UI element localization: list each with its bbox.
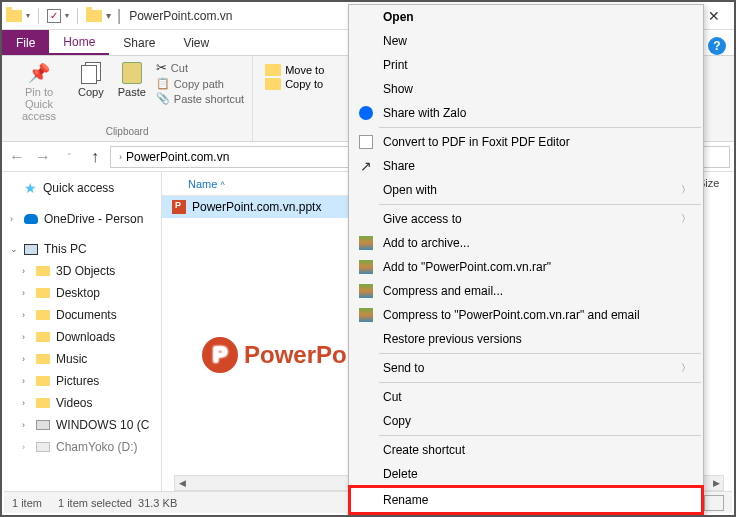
scroll-left-icon[interactable]: ◀ [175,478,189,488]
tab-share[interactable]: Share [109,30,169,55]
sidebar-item-this-pc[interactable]: ⌄This PC [2,238,161,260]
archive-icon [359,284,373,298]
folder-icon [86,10,102,22]
copy-icon [81,62,101,84]
navigation-pane: ★Quick access ›OneDrive - Person ⌄This P… [2,172,162,493]
sidebar-item-desktop[interactable]: ›Desktop [2,282,161,304]
sidebar-item-onedrive[interactable]: ›OneDrive - Person [2,208,161,230]
folder-icon [265,64,281,76]
ctx-new[interactable]: New [349,29,703,53]
folder-icon [36,398,50,408]
folder-icon [6,10,22,22]
qat-separator: | [117,7,121,25]
sidebar-item-pictures[interactable]: ›Pictures [2,370,161,392]
copy-to-button[interactable]: Copy to [265,78,324,90]
paste-button[interactable]: Paste [114,60,150,100]
sidebar-item-quick-access[interactable]: ★Quick access [2,176,161,200]
ctx-add-archive[interactable]: Add to archive... [349,231,703,255]
folder-icon [36,332,50,342]
ctx-share-zalo[interactable]: Share with Zalo [349,101,703,125]
status-item-count: 1 item [12,497,42,509]
scissors-icon: ✂ [156,60,167,75]
ctx-give-access[interactable]: Give access to〉 [349,207,703,231]
ctx-share[interactable]: ↗Share [349,154,703,178]
window-title: PowerPoint.com.vn [129,9,232,23]
copy-button[interactable]: Copy [74,60,108,100]
sidebar-item-chamyoko[interactable]: ›ChamYoko (D:) [2,436,161,458]
share-icon: ↗ [357,158,375,174]
file-name: PowerPoint.com.vn.pptx [192,200,321,214]
breadcrumb-segment[interactable]: PowerPoint.com.vn [126,150,229,164]
thumbnails-view-button[interactable] [704,495,724,511]
pin-quick-access-button[interactable]: 📌 Pin to Quick access [10,60,68,124]
chevron-right-icon: 〉 [681,212,691,226]
cut-button[interactable]: ✂Cut [156,60,244,75]
ctx-rename[interactable]: Rename [349,486,703,514]
move-to-button[interactable]: Move to [265,64,324,76]
column-name[interactable]: Name [188,178,217,190]
back-button[interactable]: ← [6,146,28,168]
ctx-cut[interactable]: Cut [349,385,703,409]
pdf-icon [359,135,373,149]
status-selected: 1 item selected 31.3 KB [58,497,177,509]
context-menu: Open New Print Show Share with Zalo Conv… [348,4,704,517]
clipboard-group-label: Clipboard [106,126,149,137]
chevron-right-icon: 〉 [681,361,691,375]
sidebar-item-windows10[interactable]: ›WINDOWS 10 (C [2,414,161,436]
sidebar-item-downloads[interactable]: ›Downloads [2,326,161,348]
recent-dropdown[interactable]: ˅ [58,146,80,168]
ctx-print[interactable]: Print [349,53,703,77]
tab-file[interactable]: File [2,30,49,55]
folder-icon [36,310,50,320]
tab-home[interactable]: Home [49,30,109,55]
paste-shortcut-button[interactable]: 📎Paste shortcut [156,92,244,105]
folder-icon [36,354,50,364]
copy-path-button[interactable]: 📋Copy path [156,77,244,90]
folder-icon [265,78,281,90]
powerpoint-icon [172,200,186,214]
copy-path-icon: 📋 [156,77,170,90]
chevron-right-icon: 〉 [681,183,691,197]
ctx-show[interactable]: Show [349,77,703,101]
forward-button[interactable]: → [32,146,54,168]
zalo-icon [359,106,373,120]
star-icon: ★ [24,180,37,196]
archive-icon [359,260,373,274]
ctx-compress-rar-email[interactable]: Compress to "PowerPoint.com.vn.rar" and … [349,303,703,327]
ctx-open-with[interactable]: Open with〉 [349,178,703,202]
tab-view[interactable]: View [169,30,223,55]
sidebar-item-documents[interactable]: ›Documents [2,304,161,326]
ctx-convert-pdf[interactable]: Convert to PDF in Foxit PDF Editor [349,130,703,154]
sidebar-item-music[interactable]: ›Music [2,348,161,370]
properties-qat-button[interactable]: ✓ [47,9,61,23]
qat-dropdown-icon[interactable]: ▾ [26,11,30,20]
ctx-copy[interactable]: Copy [349,409,703,433]
archive-icon [359,308,373,322]
ctx-delete[interactable]: Delete [349,462,703,486]
up-button[interactable]: ↑ [84,146,106,168]
help-button[interactable]: ? [708,37,726,55]
shortcut-icon: 📎 [156,92,170,105]
folder-icon [36,266,50,276]
disk-icon [36,442,50,452]
disk-icon [36,420,50,430]
paste-icon [122,62,142,84]
scroll-right-icon[interactable]: ▶ [709,478,723,488]
ctx-open[interactable]: Open [349,5,703,29]
ctx-restore-versions[interactable]: Restore previous versions [349,327,703,351]
onedrive-icon [24,214,38,224]
sidebar-item-3d-objects[interactable]: ›3D Objects [2,260,161,282]
ctx-compress-email[interactable]: Compress and email... [349,279,703,303]
pin-icon: 📌 [28,62,50,84]
sidebar-item-videos[interactable]: ›Videos [2,392,161,414]
folder-icon [36,376,50,386]
pc-icon [24,244,38,255]
ctx-add-rar[interactable]: Add to "PowerPoint.com.vn.rar" [349,255,703,279]
archive-icon [359,236,373,250]
folder-icon [36,288,50,298]
ctx-create-shortcut[interactable]: Create shortcut [349,438,703,462]
ctx-send-to[interactable]: Send to〉 [349,356,703,380]
qat-dropdown-icon[interactable]: ▾ [65,11,69,20]
